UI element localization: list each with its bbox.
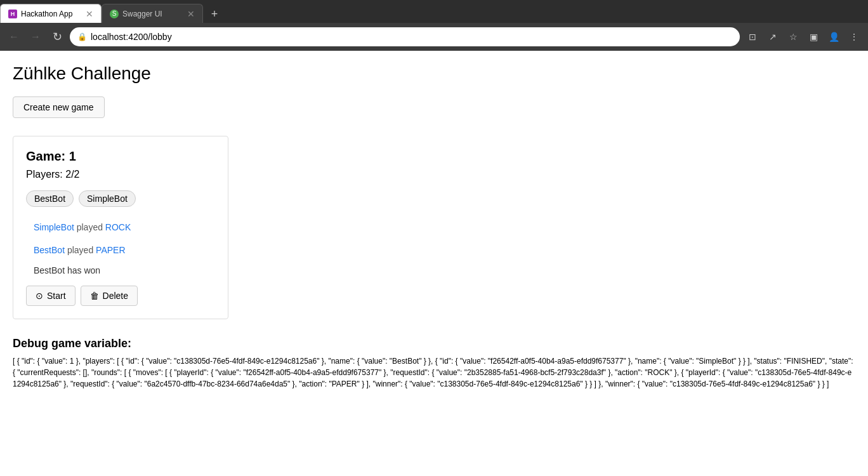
tab-close-swagger[interactable]: ✕ <box>187 9 195 19</box>
simplebot-move: ROCK <box>105 222 131 232</box>
delete-label: Delete <box>103 291 128 301</box>
start-label: Start <box>47 291 66 301</box>
extensions-button[interactable]: ▣ <box>805 28 822 46</box>
bestbot-played: played <box>67 245 96 255</box>
game-card: Game: 1 Players: 2/2 BestBot SimpleBot S… <box>13 136 228 319</box>
delete-icon: 🗑 <box>90 291 99 301</box>
lock-icon: 🔒 <box>77 32 87 41</box>
back-button[interactable]: ← <box>5 28 23 46</box>
swagger-tab-label: Swagger UI <box>122 10 162 18</box>
players-count: Players: 2/2 <box>26 169 215 180</box>
refresh-button[interactable]: ↻ <box>48 28 66 46</box>
move-bestbot: BestBot played PAPER <box>26 240 215 260</box>
address-text: localhost:4200/lobby <box>91 32 172 42</box>
screenshot-button[interactable]: ⊡ <box>744 28 761 46</box>
tab-bar: H Hackathon App ✕ S Swagger UI ✕ + <box>0 0 868 23</box>
forward-icon: → <box>30 31 41 43</box>
page-title: Zühlke Challenge <box>13 63 855 84</box>
tab-close-hackathon[interactable]: ✕ <box>86 9 93 19</box>
winner-text: BestBot has won <box>34 265 215 275</box>
game-title: Game: 1 <box>26 149 215 164</box>
forward-button[interactable]: → <box>27 28 44 46</box>
simplebot-name: SimpleBot <box>34 222 74 232</box>
start-icon: ⊙ <box>36 291 43 301</box>
page-content: Zühlke Challenge Create new game Game: 1… <box>0 51 868 476</box>
debug-title: Debug game variable: <box>13 337 855 350</box>
hackathon-tab-label: Hackathon App <box>21 10 72 18</box>
bestbot-move: PAPER <box>96 245 125 255</box>
tab-swagger[interactable]: S Swagger UI ✕ <box>102 4 203 23</box>
menu-button[interactable]: ⋮ <box>845 28 863 46</box>
profile-button[interactable]: 👤 <box>825 28 843 46</box>
refresh-icon: ↻ <box>53 30 62 44</box>
share-button[interactable]: ↗ <box>764 28 782 46</box>
move-simplebot: SimpleBot played ROCK <box>26 217 215 237</box>
back-icon: ← <box>9 31 19 43</box>
hackathon-tab-icon: H <box>8 10 17 18</box>
tab-hackathon[interactable]: H Hackathon App ✕ <box>0 4 102 23</box>
player-badge-bestbot: BestBot <box>26 190 74 207</box>
debug-section: Debug game variable: [ { "id": { "value"… <box>13 337 855 390</box>
simplebot-played: played <box>77 222 105 232</box>
bestbot-name: BestBot <box>34 245 65 255</box>
swagger-tab-icon: S <box>110 10 119 18</box>
nav-actions: ⊡ ↗ ☆ ▣ 👤 ⋮ <box>744 28 863 46</box>
start-button[interactable]: ⊙ Start <box>26 286 76 306</box>
address-bar[interactable]: 🔒 localhost:4200/lobby <box>70 27 740 46</box>
bookmark-button[interactable]: ☆ <box>784 28 802 46</box>
debug-content: [ { "id": { "value": 1 }, "players": [ {… <box>13 355 855 390</box>
card-actions: ⊙ Start 🗑 Delete <box>26 286 215 306</box>
create-new-game-button[interactable]: Create new game <box>13 96 105 118</box>
new-tab-button[interactable]: + <box>206 5 223 23</box>
delete-button[interactable]: 🗑 Delete <box>81 286 138 306</box>
player-badge-simplebot: SimpleBot <box>79 190 136 207</box>
player-badges: BestBot SimpleBot <box>26 190 215 207</box>
nav-bar: ← → ↻ 🔒 localhost:4200/lobby ⊡ ↗ ☆ ▣ 👤 ⋮ <box>0 23 868 51</box>
browser-chrome: H Hackathon App ✕ S Swagger UI ✕ + ← → ↻… <box>0 0 868 51</box>
